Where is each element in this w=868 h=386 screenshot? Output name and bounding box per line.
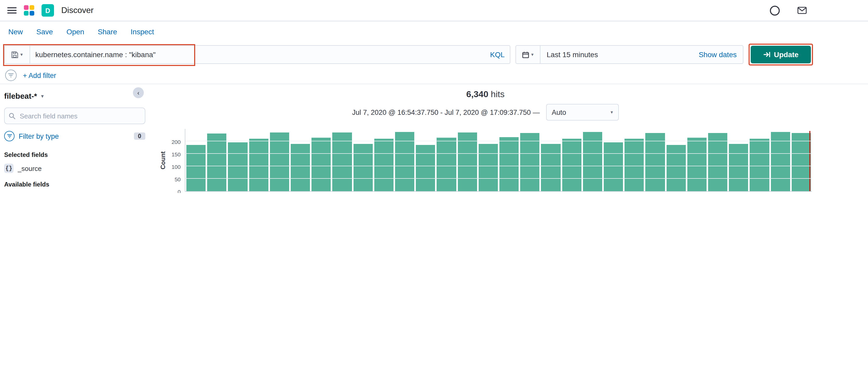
query-input[interactable] (30, 46, 485, 63)
hits-title: 6,340 hits (159, 89, 812, 100)
histogram-bar[interactable] (311, 138, 331, 191)
newsfeed-mail-icon[interactable] (797, 7, 807, 14)
chevron-down-icon: ▾ (611, 110, 613, 115)
refresh-icon (763, 52, 770, 58)
help-icon[interactable] (770, 5, 780, 15)
histogram-bar[interactable] (478, 144, 498, 191)
filter-icon[interactable] (5, 70, 17, 81)
histogram-bar[interactable] (729, 144, 748, 191)
histogram-bar[interactable] (792, 133, 811, 191)
calendar-icon (522, 51, 529, 58)
histogram-bar[interactable] (249, 139, 268, 191)
y-axis-ticks: 050100150200 (167, 129, 185, 191)
histogram-bar[interactable] (353, 144, 372, 191)
filter-icon (4, 131, 14, 141)
histogram-bar[interactable] (207, 133, 226, 191)
show-dates-button[interactable]: Show dates (692, 50, 743, 59)
histogram-bar[interactable] (521, 133, 540, 191)
filter-by-type-button[interactable]: Filter by type 0 (4, 126, 145, 146)
nav-open[interactable]: Open (66, 28, 84, 36)
histogram-bar[interactable] (750, 139, 769, 191)
available-fields-list: t_idt_index#_scoret_type@timestamptagent… (4, 191, 145, 193)
calendar-button[interactable]: ▾ (516, 46, 540, 63)
field-item-_id[interactable]: t_id (4, 191, 145, 193)
available-fields-heading: Available fields (4, 181, 145, 188)
chevron-down-icon: ▾ (20, 52, 23, 57)
content-area: ‹ filebeat-* ▾ Filter by type 0 (0, 84, 868, 193)
interval-select[interactable]: Auto ▾ (546, 104, 619, 121)
save-icon (11, 51, 18, 58)
gridline (185, 141, 812, 141)
query-bar: ▾ KQL ▾ Last 15 minutes Show dates (0, 42, 868, 67)
interval-value: Auto (552, 108, 566, 116)
histogram-bar[interactable] (437, 138, 456, 191)
update-button-label: Update (774, 50, 799, 59)
nav-inspect[interactable]: Inspect (130, 28, 154, 36)
update-button[interactable]: Update (751, 46, 811, 63)
selected-fields-heading: Selected fields (4, 151, 145, 158)
y-tick-label: 100 (172, 164, 181, 170)
histogram-bar[interactable] (562, 139, 581, 191)
field-search-input[interactable] (19, 112, 141, 120)
index-pattern-label: filebeat-* (4, 91, 37, 100)
field-search-box (4, 108, 145, 124)
histogram-bar[interactable] (687, 138, 707, 191)
histogram-bar[interactable] (604, 142, 623, 191)
nav-share[interactable]: Share (98, 28, 117, 36)
gridline (185, 153, 812, 154)
histogram-chart: Count 050100150200 (159, 129, 812, 192)
page-title: Discover (61, 6, 93, 15)
chevron-down-icon: ▾ (41, 93, 43, 98)
fields-sidebar: filebeat-* ▾ Filter by type 0 Selected f… (0, 84, 151, 193)
kibana-discover-page: D Discover NewSaveOpenShareInspect ▾ (0, 0, 868, 193)
plot-area (185, 129, 812, 192)
bars-container (186, 129, 811, 191)
time-range-summary: Jul 7, 2020 @ 16:54:37.750 - Jul 7, 2020… (352, 108, 540, 116)
hits-label: hits (491, 89, 505, 99)
sidebar-collapse-button[interactable]: ‹ (133, 87, 144, 98)
histogram-bar[interactable] (228, 143, 247, 191)
histogram-bar[interactable] (541, 144, 560, 191)
histogram-bar[interactable] (291, 144, 310, 191)
histogram-bar[interactable] (186, 145, 206, 191)
filter-by-type-label: Filter by type (19, 132, 59, 140)
filter-count-badge: 0 (134, 132, 145, 140)
histogram-bar[interactable] (374, 139, 394, 191)
field-label: _source (18, 165, 42, 172)
histogram-bar[interactable] (708, 133, 727, 191)
date-picker: ▾ Last 15 minutes Show dates (516, 45, 743, 64)
app-badge: D (41, 4, 54, 17)
nav-new[interactable]: New (8, 28, 23, 36)
y-axis-title: Count (159, 129, 167, 192)
filter-bar: + Add filter (0, 67, 868, 84)
y-tick-label: 50 (175, 176, 181, 182)
hits-count: 6,340 (466, 89, 488, 99)
histogram-bar[interactable] (416, 145, 435, 191)
chevron-down-icon: ▾ (531, 52, 533, 57)
time-range-label[interactable]: Last 15 minutes (540, 50, 604, 59)
saved-query-button[interactable]: ▾ (5, 46, 30, 63)
kql-language-button[interactable]: KQL (485, 46, 510, 63)
histogram-bar[interactable] (625, 139, 644, 191)
gridline (185, 178, 812, 179)
gridline (185, 166, 812, 166)
selected-fields-list: {}_source (4, 161, 145, 176)
field-item-_source[interactable]: {}_source (4, 161, 145, 176)
y-tick-label: 150 (172, 151, 181, 157)
histogram-bar[interactable] (666, 145, 685, 191)
top-header: D Discover (0, 0, 868, 21)
discover-main: 6,340 hits Jul 7, 2020 @ 16:54:37.750 - … (151, 84, 868, 193)
search-icon (9, 113, 16, 119)
annotation-highlight-update: Update (749, 43, 813, 65)
menu-bar: NewSaveOpenShareInspect (0, 21, 868, 42)
index-pattern-switcher[interactable]: filebeat-* ▾ (4, 88, 145, 103)
y-tick-label: 0 (178, 188, 181, 193)
elastic-logo[interactable] (24, 5, 34, 16)
nav-save[interactable]: Save (36, 28, 53, 36)
histogram-bar[interactable] (499, 138, 519, 191)
y-tick-label: 200 (172, 139, 181, 145)
menu-icon[interactable] (7, 7, 17, 13)
source-field-type-icon: {} (4, 164, 13, 173)
add-filter-button[interactable]: + Add filter (23, 71, 56, 79)
histogram-bar[interactable] (646, 133, 665, 191)
